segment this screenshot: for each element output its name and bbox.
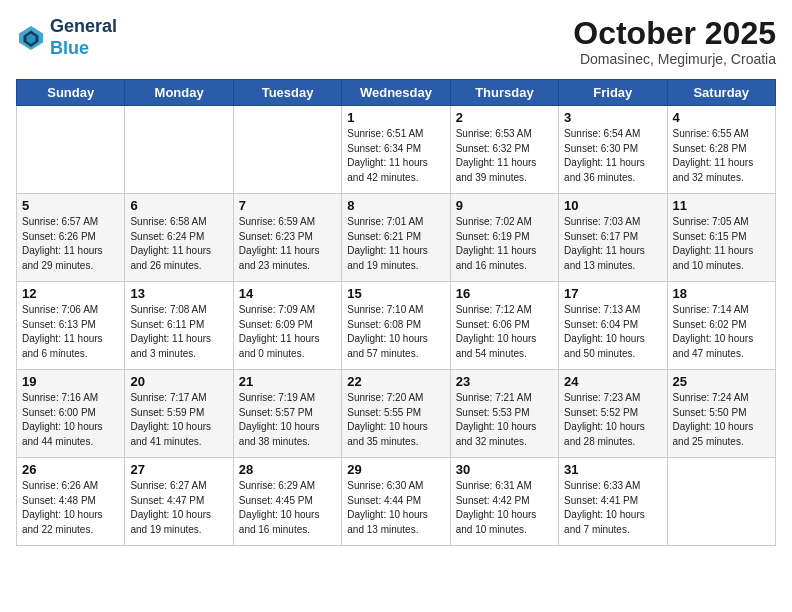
calendar-cell: 20Sunrise: 7:17 AM Sunset: 5:59 PM Dayli… xyxy=(125,370,233,458)
day-number: 18 xyxy=(673,286,770,301)
day-number: 28 xyxy=(239,462,336,477)
calendar-cell: 6Sunrise: 6:58 AM Sunset: 6:24 PM Daylig… xyxy=(125,194,233,282)
calendar-cell: 9Sunrise: 7:02 AM Sunset: 6:19 PM Daylig… xyxy=(450,194,558,282)
day-number: 16 xyxy=(456,286,553,301)
day-number: 2 xyxy=(456,110,553,125)
day-number: 1 xyxy=(347,110,444,125)
day-info: Sunrise: 6:29 AM Sunset: 4:45 PM Dayligh… xyxy=(239,479,336,537)
day-info: Sunrise: 7:21 AM Sunset: 5:53 PM Dayligh… xyxy=(456,391,553,449)
day-info: Sunrise: 6:30 AM Sunset: 4:44 PM Dayligh… xyxy=(347,479,444,537)
day-number: 10 xyxy=(564,198,661,213)
day-number: 27 xyxy=(130,462,227,477)
day-number: 7 xyxy=(239,198,336,213)
day-info: Sunrise: 7:05 AM Sunset: 6:15 PM Dayligh… xyxy=(673,215,770,273)
calendar-cell: 31Sunrise: 6:33 AM Sunset: 4:41 PM Dayli… xyxy=(559,458,667,546)
day-info: Sunrise: 7:24 AM Sunset: 5:50 PM Dayligh… xyxy=(673,391,770,449)
calendar-week-row: 5Sunrise: 6:57 AM Sunset: 6:26 PM Daylig… xyxy=(17,194,776,282)
day-info: Sunrise: 7:12 AM Sunset: 6:06 PM Dayligh… xyxy=(456,303,553,361)
calendar-cell: 1Sunrise: 6:51 AM Sunset: 6:34 PM Daylig… xyxy=(342,106,450,194)
day-info: Sunrise: 6:51 AM Sunset: 6:34 PM Dayligh… xyxy=(347,127,444,185)
calendar-cell: 23Sunrise: 7:21 AM Sunset: 5:53 PM Dayli… xyxy=(450,370,558,458)
day-info: Sunrise: 7:16 AM Sunset: 6:00 PM Dayligh… xyxy=(22,391,119,449)
day-number: 24 xyxy=(564,374,661,389)
calendar-cell xyxy=(667,458,775,546)
calendar-cell: 15Sunrise: 7:10 AM Sunset: 6:08 PM Dayli… xyxy=(342,282,450,370)
header: General Blue October 2025 Domasinec, Meg… xyxy=(16,16,776,67)
day-number: 12 xyxy=(22,286,119,301)
calendar-cell: 7Sunrise: 6:59 AM Sunset: 6:23 PM Daylig… xyxy=(233,194,341,282)
day-info: Sunrise: 7:14 AM Sunset: 6:02 PM Dayligh… xyxy=(673,303,770,361)
calendar-cell: 24Sunrise: 7:23 AM Sunset: 5:52 PM Dayli… xyxy=(559,370,667,458)
calendar-cell: 27Sunrise: 6:27 AM Sunset: 4:47 PM Dayli… xyxy=(125,458,233,546)
day-number: 19 xyxy=(22,374,119,389)
calendar-cell: 8Sunrise: 7:01 AM Sunset: 6:21 PM Daylig… xyxy=(342,194,450,282)
page-container: General Blue October 2025 Domasinec, Meg… xyxy=(0,0,792,556)
calendar-week-row: 1Sunrise: 6:51 AM Sunset: 6:34 PM Daylig… xyxy=(17,106,776,194)
month-title: October 2025 xyxy=(573,16,776,51)
calendar-cell: 10Sunrise: 7:03 AM Sunset: 6:17 PM Dayli… xyxy=(559,194,667,282)
logo: General Blue xyxy=(16,16,117,59)
calendar-cell: 13Sunrise: 7:08 AM Sunset: 6:11 PM Dayli… xyxy=(125,282,233,370)
day-info: Sunrise: 6:31 AM Sunset: 4:42 PM Dayligh… xyxy=(456,479,553,537)
day-number: 4 xyxy=(673,110,770,125)
day-number: 13 xyxy=(130,286,227,301)
day-number: 22 xyxy=(347,374,444,389)
calendar-cell: 12Sunrise: 7:06 AM Sunset: 6:13 PM Dayli… xyxy=(17,282,125,370)
day-info: Sunrise: 6:57 AM Sunset: 6:26 PM Dayligh… xyxy=(22,215,119,273)
location-subtitle: Domasinec, Megimurje, Croatia xyxy=(573,51,776,67)
day-info: Sunrise: 7:08 AM Sunset: 6:11 PM Dayligh… xyxy=(130,303,227,361)
day-info: Sunrise: 6:55 AM Sunset: 6:28 PM Dayligh… xyxy=(673,127,770,185)
calendar-cell: 21Sunrise: 7:19 AM Sunset: 5:57 PM Dayli… xyxy=(233,370,341,458)
day-info: Sunrise: 7:23 AM Sunset: 5:52 PM Dayligh… xyxy=(564,391,661,449)
day-number: 3 xyxy=(564,110,661,125)
day-of-week-thursday: Thursday xyxy=(450,80,558,106)
calendar-week-row: 26Sunrise: 6:26 AM Sunset: 4:48 PM Dayli… xyxy=(17,458,776,546)
day-info: Sunrise: 6:27 AM Sunset: 4:47 PM Dayligh… xyxy=(130,479,227,537)
day-info: Sunrise: 7:13 AM Sunset: 6:04 PM Dayligh… xyxy=(564,303,661,361)
calendar-cell: 28Sunrise: 6:29 AM Sunset: 4:45 PM Dayli… xyxy=(233,458,341,546)
logo-text: General Blue xyxy=(50,16,117,59)
day-number: 11 xyxy=(673,198,770,213)
day-number: 17 xyxy=(564,286,661,301)
day-number: 25 xyxy=(673,374,770,389)
calendar-cell: 25Sunrise: 7:24 AM Sunset: 5:50 PM Dayli… xyxy=(667,370,775,458)
day-number: 9 xyxy=(456,198,553,213)
day-of-week-saturday: Saturday xyxy=(667,80,775,106)
day-info: Sunrise: 7:20 AM Sunset: 5:55 PM Dayligh… xyxy=(347,391,444,449)
calendar-table: SundayMondayTuesdayWednesdayThursdayFrid… xyxy=(16,79,776,546)
day-of-week-sunday: Sunday xyxy=(17,80,125,106)
calendar-cell xyxy=(17,106,125,194)
day-info: Sunrise: 6:26 AM Sunset: 4:48 PM Dayligh… xyxy=(22,479,119,537)
day-info: Sunrise: 7:06 AM Sunset: 6:13 PM Dayligh… xyxy=(22,303,119,361)
day-number: 20 xyxy=(130,374,227,389)
calendar-cell: 3Sunrise: 6:54 AM Sunset: 6:30 PM Daylig… xyxy=(559,106,667,194)
calendar-header-row: SundayMondayTuesdayWednesdayThursdayFrid… xyxy=(17,80,776,106)
day-of-week-monday: Monday xyxy=(125,80,233,106)
calendar-cell xyxy=(233,106,341,194)
calendar-cell: 5Sunrise: 6:57 AM Sunset: 6:26 PM Daylig… xyxy=(17,194,125,282)
day-info: Sunrise: 7:10 AM Sunset: 6:08 PM Dayligh… xyxy=(347,303,444,361)
day-info: Sunrise: 6:33 AM Sunset: 4:41 PM Dayligh… xyxy=(564,479,661,537)
day-number: 31 xyxy=(564,462,661,477)
calendar-week-row: 12Sunrise: 7:06 AM Sunset: 6:13 PM Dayli… xyxy=(17,282,776,370)
day-info: Sunrise: 6:59 AM Sunset: 6:23 PM Dayligh… xyxy=(239,215,336,273)
day-number: 29 xyxy=(347,462,444,477)
calendar-cell: 14Sunrise: 7:09 AM Sunset: 6:09 PM Dayli… xyxy=(233,282,341,370)
calendar-cell: 4Sunrise: 6:55 AM Sunset: 6:28 PM Daylig… xyxy=(667,106,775,194)
calendar-cell: 29Sunrise: 6:30 AM Sunset: 4:44 PM Dayli… xyxy=(342,458,450,546)
day-of-week-tuesday: Tuesday xyxy=(233,80,341,106)
day-number: 15 xyxy=(347,286,444,301)
day-number: 23 xyxy=(456,374,553,389)
calendar-cell: 2Sunrise: 6:53 AM Sunset: 6:32 PM Daylig… xyxy=(450,106,558,194)
day-number: 6 xyxy=(130,198,227,213)
calendar-cell: 26Sunrise: 6:26 AM Sunset: 4:48 PM Dayli… xyxy=(17,458,125,546)
calendar-cell: 22Sunrise: 7:20 AM Sunset: 5:55 PM Dayli… xyxy=(342,370,450,458)
day-info: Sunrise: 7:02 AM Sunset: 6:19 PM Dayligh… xyxy=(456,215,553,273)
day-number: 30 xyxy=(456,462,553,477)
calendar-cell: 30Sunrise: 6:31 AM Sunset: 4:42 PM Dayli… xyxy=(450,458,558,546)
day-info: Sunrise: 7:17 AM Sunset: 5:59 PM Dayligh… xyxy=(130,391,227,449)
calendar-cell: 17Sunrise: 7:13 AM Sunset: 6:04 PM Dayli… xyxy=(559,282,667,370)
day-of-week-wednesday: Wednesday xyxy=(342,80,450,106)
logo-icon xyxy=(16,23,46,53)
day-number: 8 xyxy=(347,198,444,213)
